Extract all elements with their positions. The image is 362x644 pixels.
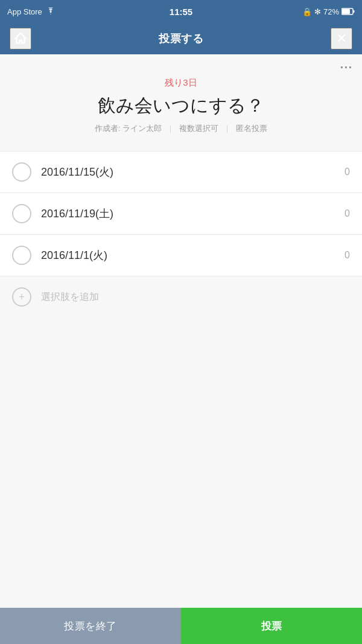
end-vote-button[interactable]: 投票を終了 xyxy=(0,608,181,644)
separator-1: ｜ xyxy=(167,123,174,134)
home-icon xyxy=(13,31,28,46)
spacer xyxy=(0,322,362,608)
poll-anonymous: 匿名投票 xyxy=(236,123,267,134)
nav-bar: 投票する ✕ xyxy=(0,23,362,54)
home-button[interactable] xyxy=(10,28,31,49)
option-label-1: 2016/11/19(土) xyxy=(41,206,340,221)
more-menu-button[interactable]: ⋮ xyxy=(339,62,354,74)
option-count-0: 0 xyxy=(345,167,350,177)
separator-2: ｜ xyxy=(223,123,231,134)
status-bar: App Store 11:55 🔒 ✻ 72% xyxy=(0,0,362,23)
option-count-1: 0 xyxy=(345,208,350,219)
close-button[interactable]: ✕ xyxy=(331,28,352,49)
vote-button[interactable]: 投票 xyxy=(181,608,362,644)
option-item-1[interactable]: 2016/11/19(土) 0 xyxy=(0,193,362,235)
svg-rect-2 xyxy=(354,10,355,13)
option-item-0[interactable]: 2016/11/15(火) 0 xyxy=(0,151,362,193)
poll-question: 飲み会いつにする？ xyxy=(14,94,348,117)
poll-meta: 作成者: ライン太郎 ｜ 複数選択可 ｜ 匿名投票 xyxy=(14,123,348,134)
poll-header: 残り3日 飲み会いつにする？ 作成者: ライン太郎 ｜ 複数選択可 ｜ 匿名投票 xyxy=(0,75,362,146)
battery-label: 72% xyxy=(323,7,339,16)
add-icon: + xyxy=(12,287,31,307)
content-area: ⋮ 残り3日 飲み会いつにする？ 作成者: ライン太郎 ｜ 複数選択可 ｜ 匿名… xyxy=(0,54,362,608)
status-left: App Store xyxy=(7,7,56,16)
poll-author: 作成者: ライン太郎 xyxy=(95,123,162,134)
option-radio-0[interactable] xyxy=(12,162,31,182)
status-time: 11:55 xyxy=(170,7,192,17)
option-radio-1[interactable] xyxy=(12,204,31,223)
wifi-icon xyxy=(46,7,56,16)
option-count-2: 0 xyxy=(345,250,350,261)
carrier-label: App Store xyxy=(7,7,42,16)
option-label-0: 2016/11/15(火) xyxy=(41,165,340,179)
option-label-2: 2016/11/1(火) xyxy=(41,248,340,263)
status-right: 🔒 ✻ 72% xyxy=(302,7,355,16)
lock-icon: 🔒 xyxy=(302,7,312,16)
bottom-bar: 投票を終了 投票 xyxy=(0,608,362,644)
svg-rect-1 xyxy=(342,9,350,14)
days-remaining: 残り3日 xyxy=(14,77,348,89)
add-option-button[interactable]: + 選択肢を追加 xyxy=(0,276,362,317)
option-item-2[interactable]: 2016/11/1(火) 0 xyxy=(0,235,362,276)
more-menu-container: ⋮ xyxy=(0,54,362,75)
option-radio-2[interactable] xyxy=(12,246,31,265)
battery-icon xyxy=(341,8,355,15)
add-option-label: 選択肢を追加 xyxy=(41,291,99,304)
poll-multiple: 複数選択可 xyxy=(179,123,218,134)
options-list: 2016/11/15(火) 0 2016/11/19(土) 0 2016/11/… xyxy=(0,146,362,322)
nav-title: 投票する xyxy=(159,31,203,46)
bluetooth-icon: ✻ xyxy=(314,7,321,16)
